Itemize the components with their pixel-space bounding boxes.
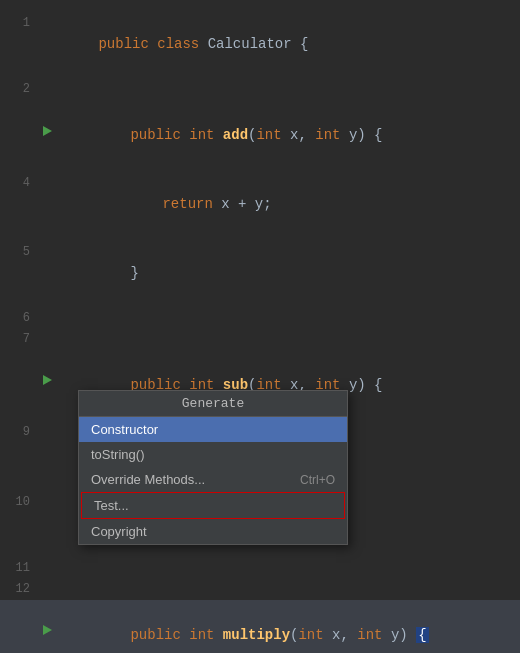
run-icon [43, 126, 52, 136]
line-content-1: public class Calculator { [40, 11, 520, 78]
context-menu-item-constructor[interactable]: Constructor [79, 417, 347, 442]
menu-item-label: Test... [94, 498, 129, 513]
line-number-12: 12 [0, 580, 40, 599]
keyword-type: int [357, 627, 382, 643]
keyword: return [162, 196, 221, 212]
line-number-7: 7 [0, 330, 40, 349]
code: x, [282, 127, 316, 143]
line-number-13 [0, 604, 40, 653]
code-line-13: public int multiply(int x, int y) { [0, 600, 520, 653]
menu-item-label: Copyright [91, 524, 147, 539]
function-name: add [223, 127, 248, 143]
line-content-4: return x + y; [40, 171, 520, 238]
code-line-5: 5 } [0, 239, 520, 308]
menu-item-label: Constructor [91, 422, 158, 437]
keyword-type: int [256, 127, 281, 143]
line-content-3: public int add(int x, int y) { [40, 101, 520, 168]
line-number-9: 9 [0, 423, 40, 442]
line-number-6: 6 [0, 309, 40, 328]
line-number-4: 4 [0, 174, 40, 193]
line-number-2: 2 [0, 80, 40, 99]
line-number-11: 11 [0, 559, 40, 578]
classname: Calculator { [208, 36, 309, 52]
keyword-type: int [315, 127, 340, 143]
line-number-5: 5 [0, 243, 40, 262]
code-line-4: 4 return x + y; [0, 170, 520, 239]
menu-item-label: toString() [91, 447, 144, 462]
code-line-11: 11 [0, 558, 520, 579]
line-number-8 [0, 354, 40, 412]
menu-item-shortcut: Ctrl+O [300, 473, 335, 487]
menu-item-label: Override Methods... [91, 472, 205, 487]
line-number-10: 10 [0, 493, 40, 512]
line-content-13: public int multiply(int x, int y) { [40, 601, 520, 653]
keyword-type: int [189, 127, 223, 143]
run-icon [43, 625, 52, 635]
keyword: public [130, 127, 189, 143]
code: x + y; [221, 196, 271, 212]
keyword: public [130, 627, 189, 643]
keyword-type: int [189, 627, 223, 643]
context-menu-item-override[interactable]: Override Methods... Ctrl+O [79, 467, 347, 492]
context-menu-item-tostring[interactable]: toString() [79, 442, 347, 467]
context-menu-item-test[interactable]: Test... [81, 492, 345, 519]
context-menu-item-copyright[interactable]: Copyright [79, 519, 347, 544]
line-number-3 [0, 104, 40, 162]
code-editor: 1 public class Calculator { 2 public int… [0, 0, 520, 653]
code: y) { [341, 127, 383, 143]
code: y) [383, 627, 417, 643]
keyword: public [98, 36, 157, 52]
keyword-type: int [298, 627, 323, 643]
brace: } [130, 265, 138, 281]
keyword: class [157, 36, 207, 52]
selected-brace: { [416, 627, 428, 643]
run-icon [43, 375, 52, 385]
code-line-2: 2 [0, 79, 520, 100]
code: x, [324, 627, 358, 643]
code-line-7: 7 [0, 329, 520, 350]
context-menu: Generate Constructor toString() Override… [78, 390, 348, 545]
line-number-1: 1 [0, 14, 40, 33]
line-content-5: } [40, 240, 520, 307]
code-line-1: 1 public class Calculator { [0, 10, 520, 79]
function-name: multiply [223, 627, 290, 643]
context-menu-header: Generate [79, 391, 347, 417]
code-line-12: 12 [0, 579, 520, 600]
code-line-6: 6 [0, 308, 520, 329]
code-line-3: public int add(int x, int y) { [0, 100, 520, 169]
